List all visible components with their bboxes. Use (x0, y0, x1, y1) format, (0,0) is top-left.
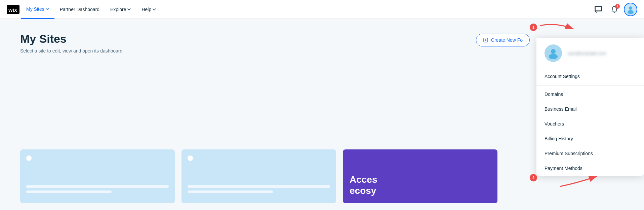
svg-rect-2 (595, 6, 602, 11)
create-icon (483, 37, 488, 43)
dropdown-item-billing-history[interactable]: Billing History (536, 131, 644, 146)
card-line-short (26, 190, 112, 193)
svg-text:wix: wix (8, 7, 17, 13)
card-dot (26, 155, 32, 161)
dropdown-avatar (545, 44, 562, 62)
card-lines (188, 185, 330, 193)
nav-help[interactable]: Help (136, 0, 161, 19)
card-dot (188, 155, 193, 161)
notification-badge: 1 (615, 4, 620, 9)
svg-point-4 (628, 10, 634, 14)
site-card-1[interactable] (20, 149, 175, 203)
dropdown-item-business-email[interactable]: Business Email (536, 102, 644, 116)
dropdown-menu: user@example.com Account Settings Domain… (536, 38, 644, 176)
purple-card-text: Acces ecosy (350, 174, 377, 197)
dropdown-item-vouchers[interactable]: Vouchers (536, 116, 644, 131)
dropdown-item-premium-subscriptions[interactable]: Premium Subscriptions (536, 146, 644, 161)
card-line (26, 185, 169, 188)
card-line (188, 185, 330, 188)
nav-my-sites[interactable]: My Sites (21, 0, 54, 19)
card-line-short (188, 190, 273, 193)
chevron-down-icon (46, 7, 49, 11)
header: wix My Sites Partner Dashboard Explore H… (0, 0, 644, 19)
nav-explore[interactable]: Explore (105, 0, 136, 19)
card-lines (26, 185, 169, 193)
page-subtitle: Select a site to edit, view and open its… (20, 48, 624, 54)
page-title: My Sites (20, 32, 624, 45)
notifications-button[interactable]: 1 (608, 3, 621, 16)
chevron-down-icon (153, 8, 156, 11)
wix-logo[interactable]: wix (7, 5, 19, 14)
svg-point-8 (549, 54, 558, 59)
dropdown-item-domains[interactable]: Domains (536, 87, 644, 102)
messages-button[interactable] (592, 3, 605, 16)
user-avatar-button[interactable] (624, 3, 637, 16)
dropdown-email: user@example.com (567, 51, 606, 56)
dropdown-item-payment-methods[interactable]: Payment Methods (536, 161, 644, 176)
chevron-down-icon (127, 8, 131, 11)
create-new-button[interactable]: Create New Fo (476, 34, 530, 46)
dropdown-item-account-settings[interactable]: Account Settings (536, 69, 644, 84)
nav-partner-dashboard[interactable]: Partner Dashboard (54, 0, 105, 19)
header-right: 1 (592, 3, 637, 16)
annotation-badge-1: 1 (530, 24, 537, 31)
main-content: My Sites Select a site to edit, view and… (0, 19, 644, 210)
site-card-purple[interactable]: Acces ecosy (343, 149, 497, 203)
dropdown-divider (536, 85, 644, 85)
svg-point-7 (551, 49, 556, 54)
svg-point-3 (629, 6, 632, 10)
dropdown-header: user@example.com (536, 38, 644, 69)
annotation-badge-2: 2 (530, 174, 537, 181)
site-card-2[interactable] (182, 149, 336, 203)
